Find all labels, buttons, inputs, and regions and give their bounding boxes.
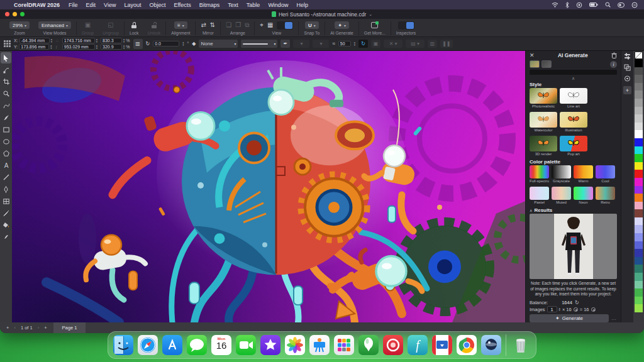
dock-calendar[interactable]: Mon 16 bbox=[211, 335, 231, 355]
scale-y-field[interactable]: 320.9 bbox=[101, 44, 122, 50]
panel-close-icon[interactable]: ✕ bbox=[530, 52, 535, 58]
end-arrowhead-dropdown[interactable]: ▾ bbox=[313, 40, 329, 48]
pause-button[interactable]: ❚❚ bbox=[440, 40, 452, 48]
images-stepper[interactable]: ▴▾ bbox=[559, 307, 560, 312]
ellipse-tool[interactable] bbox=[1, 136, 11, 147]
color-swatch[interactable] bbox=[635, 83, 643, 91]
color-swatch[interactable] bbox=[635, 265, 643, 273]
dock-imovie[interactable] bbox=[260, 335, 280, 355]
color-swatch[interactable] bbox=[635, 186, 643, 194]
palette-retro[interactable]: Retro bbox=[596, 187, 615, 206]
menu-file[interactable]: File bbox=[69, 2, 78, 8]
inspectors-toggle[interactable] bbox=[398, 21, 414, 30]
color-swatch[interactable] bbox=[635, 90, 643, 99]
pen-settings-button[interactable]: ✒ bbox=[280, 40, 290, 48]
prompt-input[interactable] bbox=[530, 70, 617, 75]
menu-text[interactable]: Text bbox=[228, 2, 238, 8]
next-page-icon[interactable]: › bbox=[38, 325, 40, 331]
dock-capture[interactable] bbox=[432, 335, 452, 355]
refresh-balance-icon[interactable]: ↻ bbox=[575, 300, 579, 305]
lock-icon[interactable] bbox=[131, 22, 136, 28]
eyedropper-tool[interactable] bbox=[1, 207, 11, 219]
scale-x-field[interactable]: 830.3 bbox=[101, 38, 122, 43]
text-properties-button[interactable]: ▣ bbox=[371, 40, 380, 48]
object-origin-icon[interactable] bbox=[4, 40, 11, 47]
group-icon[interactable]: ▣ bbox=[85, 21, 91, 29]
start-arrowhead-dropdown[interactable]: ▾ bbox=[293, 40, 309, 48]
color-swatch[interactable] bbox=[635, 304, 643, 312]
height-stepper[interactable]: ▴▾ bbox=[96, 45, 97, 49]
palette-full-spectrum[interactable]: Full-spectrum bbox=[530, 165, 549, 184]
color-swatch[interactable] bbox=[635, 138, 643, 146]
color-swatch[interactable] bbox=[635, 241, 643, 250]
shape-tool[interactable] bbox=[1, 64, 11, 75]
palette-pastel[interactable]: Pastel bbox=[530, 187, 549, 206]
control-center-icon[interactable] bbox=[618, 3, 625, 8]
menu-table[interactable]: Table bbox=[247, 2, 260, 8]
color-swatch[interactable] bbox=[635, 59, 643, 67]
symbol-dropdown[interactable]: ▤ ▾ bbox=[406, 40, 425, 48]
results-collapse-icon[interactable]: ∧ bbox=[530, 208, 532, 212]
rulers-icon[interactable]: ⌖ bbox=[260, 21, 264, 29]
generate-more-options[interactable]: … bbox=[611, 315, 617, 321]
get-more-icon[interactable] bbox=[371, 22, 378, 28]
style-watercolor[interactable]: Watercolor bbox=[530, 112, 557, 133]
palette-cool[interactable]: Cool bbox=[596, 165, 615, 184]
pen-tool[interactable] bbox=[1, 184, 11, 195]
dock-facetime[interactable] bbox=[236, 335, 256, 355]
table-tool[interactable] bbox=[1, 195, 11, 207]
y-position-field[interactable]: 173.896 mm bbox=[19, 44, 49, 50]
style-3d-render[interactable]: 3D render bbox=[530, 136, 557, 157]
unlock-icon[interactable] bbox=[152, 22, 157, 28]
sketch-mode-button[interactable] bbox=[541, 60, 552, 68]
rotation-field[interactable]: 0.0 bbox=[153, 41, 179, 47]
x-stepper[interactable]: ▴▾ bbox=[51, 38, 52, 43]
color-swatch[interactable] bbox=[635, 130, 643, 138]
line-tool[interactable] bbox=[1, 172, 11, 183]
color-swatch[interactable] bbox=[635, 67, 643, 75]
color-swatch[interactable] bbox=[635, 217, 643, 226]
scale-y-stepper[interactable]: ▴▾ bbox=[123, 45, 125, 49]
dock-photo-paint[interactable] bbox=[481, 335, 501, 355]
palette-neon[interactable]: Neon bbox=[574, 187, 593, 206]
dock-finder[interactable] bbox=[113, 335, 133, 355]
document-title[interactable]: Heri Susanto -Astronaut machine.cdr ⌄ bbox=[0, 11, 644, 18]
dock-launchpad[interactable] bbox=[334, 335, 354, 355]
line-style-dropdown[interactable]: ▾ bbox=[241, 40, 277, 48]
color-swatch[interactable] bbox=[635, 225, 643, 233]
menu-window[interactable]: Window bbox=[268, 2, 288, 8]
color-swatch[interactable] bbox=[635, 273, 643, 281]
dock-chrome[interactable] bbox=[457, 335, 477, 355]
dock-keynote[interactable] bbox=[309, 335, 330, 355]
width-stepper[interactable]: ▴▾ bbox=[96, 38, 97, 43]
corner-stepper[interactable]: ▴▾ bbox=[354, 41, 355, 46]
color-swatch[interactable] bbox=[635, 162, 643, 170]
outline-width-dropdown[interactable]: None▾ bbox=[199, 40, 238, 48]
style-line-art[interactable]: Line art bbox=[560, 88, 587, 109]
generate-button[interactable]: ✦Generate bbox=[530, 314, 609, 322]
menu-layout[interactable]: Layout bbox=[124, 2, 141, 8]
color-swatch[interactable] bbox=[635, 114, 643, 123]
battery-icon[interactable] bbox=[589, 3, 598, 8]
grid-icon[interactable]: ▦ bbox=[267, 21, 273, 29]
polygon-tool[interactable] bbox=[1, 148, 11, 159]
palette-grayscale[interactable]: Grayscale bbox=[552, 165, 571, 184]
page-tab[interactable]: Page 1 bbox=[53, 322, 86, 333]
palette-warm[interactable]: Warm bbox=[574, 165, 593, 184]
color-swatch[interactable] bbox=[635, 178, 643, 186]
add-page-button-right[interactable]: + bbox=[44, 325, 47, 331]
add-inspector-button[interactable]: + bbox=[623, 86, 631, 94]
height-field[interactable]: 953.029 mm bbox=[62, 44, 95, 50]
color-swatch[interactable] bbox=[635, 297, 643, 305]
color-swatch[interactable] bbox=[635, 288, 643, 297]
dock-photomirage[interactable] bbox=[383, 335, 403, 355]
menu-bitmaps[interactable]: Bitmaps bbox=[199, 2, 220, 8]
dock-safari[interactable] bbox=[138, 335, 158, 355]
rotation-stepper[interactable]: ▴▾ bbox=[182, 41, 184, 46]
artistic-media-tool[interactable] bbox=[1, 112, 11, 123]
color-swatch[interactable] bbox=[635, 257, 643, 265]
app-menu[interactable]: CorelDRAW 2026 bbox=[14, 2, 60, 8]
color-swatch[interactable] bbox=[635, 123, 643, 131]
panel-trash-icon[interactable] bbox=[611, 52, 617, 58]
dock-coreldraw[interactable] bbox=[358, 335, 379, 355]
